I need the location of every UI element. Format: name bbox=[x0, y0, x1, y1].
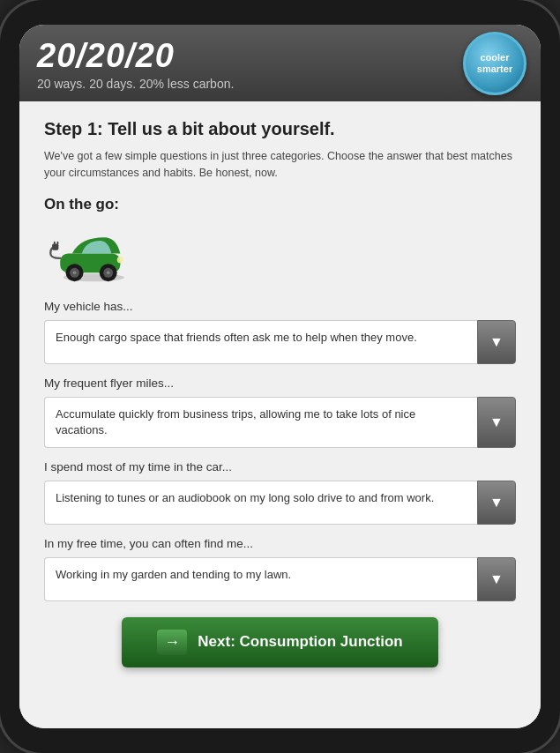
question-label-4: In my free time, you can often find me..… bbox=[44, 537, 516, 550]
chevron-down-icon-3: ▼ bbox=[489, 496, 504, 510]
dropdown-btn-3[interactable]: ▼ bbox=[477, 481, 516, 525]
dropdown-row-2: Accumulate quickly from business trips, … bbox=[44, 397, 516, 448]
car-icon-container bbox=[44, 222, 516, 287]
next-btn-container: → Next: Consumption Junction bbox=[44, 617, 516, 667]
next-button-label: Next: Consumption Junction bbox=[198, 633, 402, 651]
section-label: On the go: bbox=[44, 196, 516, 213]
svg-rect-8 bbox=[52, 243, 58, 250]
dropdown-row-3: Listening to tunes or an audiobook on my… bbox=[44, 481, 516, 525]
dropdown-row-1: Enough cargo space that friends often as… bbox=[44, 320, 516, 364]
svg-point-11 bbox=[117, 257, 123, 263]
dropdown-value-4: Working in my garden and tending to my l… bbox=[44, 557, 477, 601]
dropdown-btn-4[interactable]: ▼ bbox=[477, 557, 516, 601]
content-area: Step 1: Tell us a bit about yourself. We… bbox=[19, 101, 541, 728]
chevron-down-icon-4: ▼ bbox=[489, 572, 504, 586]
badge-line1: cooler bbox=[480, 52, 509, 63]
dropdown-value-2: Accumulate quickly from business trips, … bbox=[44, 397, 477, 448]
dropdown-value-1: Enough cargo space that friends often as… bbox=[44, 320, 477, 364]
step-description: We've got a few simple questions in just… bbox=[44, 148, 516, 182]
arrow-icon: → bbox=[157, 630, 187, 655]
chevron-down-icon-1: ▼ bbox=[489, 335, 504, 349]
app-title: 20/20/20 bbox=[37, 37, 523, 75]
question-label-1: My vehicle has... bbox=[44, 300, 516, 313]
svg-rect-9 bbox=[54, 241, 56, 244]
svg-point-7 bbox=[107, 271, 110, 274]
dropdown-btn-2[interactable]: ▼ bbox=[477, 397, 516, 448]
next-button[interactable]: → Next: Consumption Junction bbox=[122, 617, 437, 667]
dropdown-value-3: Listening to tunes or an audiobook on my… bbox=[44, 481, 477, 525]
step-title: Step 1: Tell us a bit about yourself. bbox=[44, 119, 516, 139]
badge: cooler smarter bbox=[463, 32, 526, 95]
tablet-screen: 20/20/20 20 ways. 20 days. 20% less carb… bbox=[19, 25, 541, 728]
chevron-down-icon-2: ▼ bbox=[489, 415, 504, 429]
svg-rect-10 bbox=[57, 241, 59, 244]
svg-point-4 bbox=[73, 271, 77, 274]
question-label-2: My frequent flyer miles... bbox=[44, 376, 516, 390]
dropdown-btn-1[interactable]: ▼ bbox=[477, 320, 516, 364]
tablet-frame: 20/20/20 20 ways. 20 days. 20% less carb… bbox=[0, 0, 560, 753]
dropdown-row-4: Working in my garden and tending to my l… bbox=[44, 557, 516, 601]
app-subtitle: 20 ways. 20 days. 20% less carbon. bbox=[37, 77, 523, 91]
badge-line2: smarter bbox=[477, 63, 512, 75]
header: 20/20/20 20 ways. 20 days. 20% less carb… bbox=[19, 25, 541, 101]
question-label-3: I spend most of my time in the car... bbox=[44, 460, 516, 473]
car-icon bbox=[44, 222, 132, 284]
